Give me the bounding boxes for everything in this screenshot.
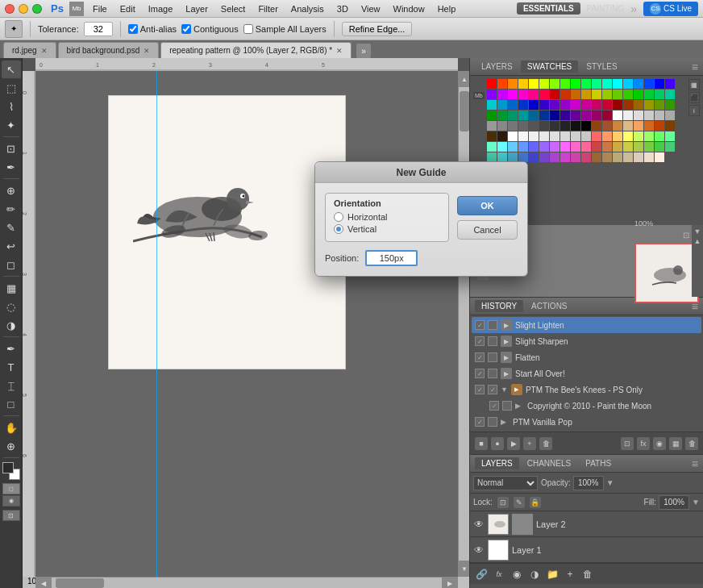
new-guide-dialog: New Guide Orientation Horizontal Vertica	[314, 161, 528, 277]
orientation-title: Orientation	[334, 198, 440, 208]
dialog-overlay: New Guide Orientation Horizontal Vertica	[0, 0, 703, 588]
radio-dot	[336, 227, 341, 231]
dialog-left: Orientation Horizontal Vertical Posit	[325, 193, 449, 266]
position-row: Position:	[325, 250, 449, 266]
orientation-group: Orientation Horizontal Vertical	[325, 193, 449, 242]
vertical-radio[interactable]	[334, 224, 343, 234]
vertical-option[interactable]: Vertical	[334, 224, 440, 234]
vertical-label: Vertical	[347, 224, 376, 234]
dialog-title: New Guide	[396, 167, 446, 178]
horizontal-label: Horizontal	[347, 212, 388, 222]
ok-button[interactable]: OK	[457, 196, 518, 215]
horizontal-radio[interactable]	[334, 212, 343, 222]
dialog-right: OK Cancel	[457, 193, 518, 266]
position-label: Position:	[325, 253, 359, 263]
dialog-body: Orientation Horizontal Vertical Posit	[315, 183, 527, 276]
cancel-button[interactable]: Cancel	[457, 220, 518, 240]
dialog-titlebar: New Guide	[315, 162, 527, 183]
horizontal-option[interactable]: Horizontal	[334, 212, 440, 222]
position-input[interactable]	[365, 250, 418, 266]
